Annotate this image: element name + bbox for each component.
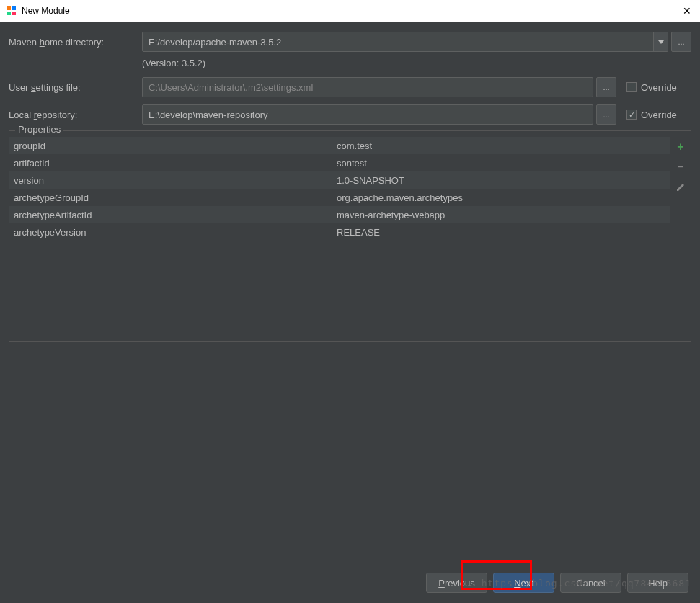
property-key: artifactId [14,158,337,169]
table-row[interactable]: archetypeGroupIdorg.apache.maven.archety… [9,189,670,206]
properties-title: Properties [15,124,63,135]
table-row[interactable]: artifactIdsontest [9,154,670,171]
edit-property-button[interactable] [673,180,688,195]
local-repo-input[interactable] [142,104,593,125]
property-key: archetypeGroupId [14,192,337,203]
user-settings-input[interactable] [142,77,593,97]
property-key: version [14,175,337,186]
property-value: com.test [337,140,670,151]
browse-maven-home-button[interactable]: ... [671,32,691,52]
property-value: sontest [337,158,670,169]
property-key: groupId [14,140,337,151]
property-value: RELEASE [337,227,670,238]
browse-local-repo-button[interactable]: ... [596,104,616,125]
table-row[interactable]: groupIdcom.test [9,137,670,154]
maven-version-text: (Version: 3.5.2) [9,58,691,68]
maven-home-combo[interactable]: E:/develop/apache-maven-3.5.2 [142,32,668,52]
table-row[interactable]: version1.0-SNAPSHOT [9,171,670,189]
user-settings-label: User settings file: [9,82,142,93]
svg-rect-0 [7,6,11,10]
override-label: Override [641,110,677,120]
property-key: archetypeVersion [14,227,337,238]
svg-rect-1 [12,6,16,10]
remove-property-button[interactable]: − [673,160,688,174]
property-value: org.apache.maven.archetypes [337,192,670,203]
property-key: archetypeArtifactId [14,210,337,220]
browse-user-settings-button[interactable]: ... [596,77,616,97]
svg-rect-3 [12,12,16,15]
app-icon [6,5,17,17]
override-label: Override [641,82,677,93]
titlebar: New Module ✕ [0,0,700,22]
table-row[interactable]: archetypeVersionRELEASE [9,223,670,241]
properties-table[interactable]: groupIdcom.testartifactIdsontestversion1… [9,137,670,241]
properties-panel: Properties groupIdcom.testartifactIdsont… [9,130,691,342]
window-title: New Module [22,6,70,16]
table-row[interactable]: archetypeArtifactIdmaven-archetype-webap… [9,206,670,223]
user-settings-override-checkbox[interactable] [626,82,637,92]
svg-rect-2 [7,12,11,15]
property-value: 1.0-SNAPSHOT [337,175,670,186]
local-repo-label: Local repository: [9,110,142,120]
chevron-down-icon[interactable] [653,32,668,51]
add-property-button[interactable]: + [673,140,688,154]
close-button[interactable]: ✕ [680,5,694,17]
maven-home-label: Maven home directory: [9,37,142,48]
previous-button[interactable]: Previous [426,573,487,593]
property-value: maven-archetype-webapp [337,210,670,220]
watermark-text: https://blog.csdn.net/qq784515681 [482,578,691,589]
local-repo-override-checkbox[interactable] [626,110,637,120]
